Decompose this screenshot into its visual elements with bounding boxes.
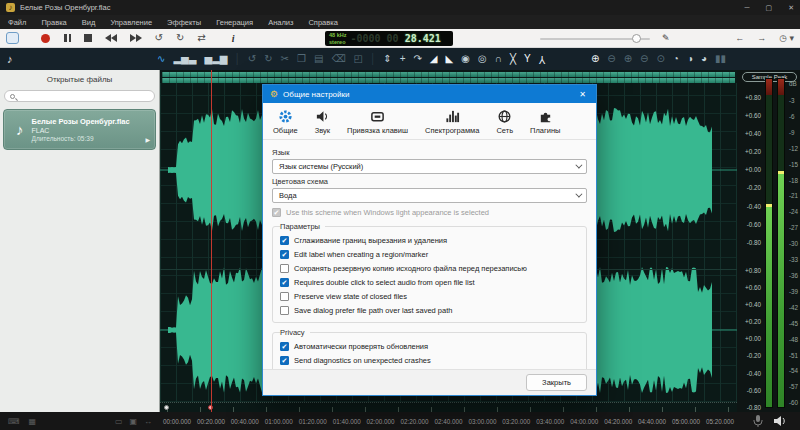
time-ruler[interactable]	[160, 402, 737, 412]
maximize-button[interactable]: ▢	[766, 4, 773, 12]
tool-icon[interactable]: │	[235, 53, 241, 65]
status-icon[interactable]: ▦	[29, 417, 37, 426]
checkbox[interactable]: ✔	[280, 356, 289, 365]
menu-item[interactable]: Анализ	[268, 18, 293, 27]
menu-item[interactable]: Справка	[308, 18, 337, 27]
checkbox[interactable]: ✔	[280, 250, 289, 259]
menu-item[interactable]: Генерация	[216, 18, 253, 27]
scheme-checkbox-row[interactable]: ✔ Use this scheme when Windows light app…	[272, 208, 587, 217]
zoom-tool-icon[interactable]: ⊕	[624, 53, 632, 65]
tool-icon[interactable]: Y	[524, 53, 531, 65]
tool-icon[interactable]: ◢	[430, 53, 438, 65]
record-button[interactable]	[41, 34, 50, 43]
checkbox[interactable]: ✔	[280, 236, 289, 245]
microphone-icon[interactable]	[751, 414, 765, 428]
checkbox[interactable]: ✔	[280, 278, 289, 287]
minimize-button[interactable]: ─	[745, 4, 750, 12]
forward-button[interactable]	[130, 34, 142, 42]
zoom-tool-icon[interactable]: ◔	[673, 53, 679, 65]
selection-tool-icon[interactable]	[6, 32, 19, 44]
tool-icon[interactable]: ✂	[281, 53, 289, 65]
loop-icon[interactable]: ⇄	[197, 33, 205, 43]
dialog-title-bar[interactable]: ⚙ Общие настройки ✕	[263, 85, 596, 103]
tool-icon[interactable]: ◎	[478, 53, 487, 65]
tool-icon[interactable]: ▅▂▆	[204, 53, 227, 65]
tool-icon[interactable]: ▂▅▃	[173, 53, 196, 65]
menu-item[interactable]: Файл	[8, 18, 26, 27]
search-input[interactable]	[4, 90, 155, 102]
zoom-tool-icon[interactable]: ⊖	[640, 53, 648, 65]
overview-strip-left[interactable]	[162, 72, 735, 77]
checkbox-row[interactable]: ✔ Send diagnostics on unexpected crashes	[280, 356, 579, 365]
checkbox-row[interactable]: ✔ Автоматически проверять обновления	[280, 342, 579, 351]
volume-slider-thumb[interactable]	[632, 34, 641, 43]
menu-item[interactable]: Вид	[82, 18, 96, 27]
tool-icon[interactable]: ◰	[354, 53, 363, 65]
zoom-tool-icon[interactable]: ⊙	[656, 53, 664, 65]
tab-network[interactable]: Сеть	[496, 109, 513, 135]
volume-slider[interactable]	[540, 38, 650, 40]
tool-icon[interactable]: ⇕	[383, 53, 391, 65]
pen-icon[interactable]: ✎	[662, 33, 670, 43]
speaker-icon[interactable]	[773, 414, 787, 428]
checkbox-row[interactable]: ✔ Edit label when creating a region/mark…	[280, 250, 579, 259]
zoom-tool-icon[interactable]: ◕	[701, 53, 707, 65]
tool-icon[interactable]: ↻	[264, 53, 272, 65]
status-icon[interactable]: ↔	[144, 417, 152, 426]
checkbox-row[interactable]: ✔ Сохранять резервную копию исходного фа…	[280, 264, 579, 273]
menu-item[interactable]: Эффекты	[167, 18, 201, 27]
tool-icon[interactable]: ╳	[510, 53, 516, 65]
rewind-button[interactable]	[105, 34, 117, 42]
zoom-tool-icon[interactable]: ⊖	[607, 53, 615, 65]
tool-icon[interactable]: ↺	[248, 53, 256, 65]
tool-icon[interactable]: ◣	[446, 53, 454, 65]
info-icon[interactable]: i	[232, 33, 235, 44]
pause-button[interactable]	[64, 34, 71, 42]
status-icon[interactable]: ▭	[115, 417, 123, 426]
zoom-tool-icon[interactable]: ▮▮	[715, 53, 726, 65]
history-nav-icon[interactable]: →	[757, 33, 766, 43]
color-scheme-select[interactable]: Вода	[272, 188, 587, 203]
close-dialog-button[interactable]: Закрыть	[526, 374, 587, 391]
zoom-tool-icon[interactable]: ⊕	[591, 53, 599, 65]
history-nav-icon[interactable]: ←	[735, 33, 744, 43]
checkbox-row[interactable]: ✔ Preserve view state of closed files	[280, 292, 579, 301]
playhead-line[interactable]	[211, 70, 212, 412]
stop-button[interactable]	[84, 34, 92, 42]
checkbox-row[interactable]: ✔ Requires double click to select audio …	[280, 278, 579, 287]
checkbox[interactable]: ✔	[272, 208, 281, 217]
tool-icon[interactable]: ↷	[413, 53, 421, 65]
checkbox[interactable]: ✔	[280, 292, 289, 301]
overview-strip-right[interactable]	[162, 78, 735, 83]
tab-spectrogram[interactable]: Спектрограмма	[425, 109, 479, 135]
tool-icon[interactable]: ⌫	[331, 53, 345, 65]
menu-item[interactable]: Управление	[110, 18, 152, 27]
tool-icon[interactable]: ❐	[297, 53, 306, 65]
language-select[interactable]: Язык системы (Русский)	[272, 159, 587, 174]
tab-plugins[interactable]: Плагины	[530, 109, 560, 135]
checkbox-row[interactable]: ✔ Сглаживание границ вырезания и удалени…	[280, 236, 579, 245]
checkbox[interactable]: ✔	[280, 306, 289, 315]
loop-icon[interactable]: ↻	[176, 33, 184, 43]
tool-icon[interactable]: │	[370, 53, 376, 65]
play-indicator-icon[interactable]: ▶	[145, 136, 150, 143]
tool-icon[interactable]: ▤	[314, 53, 323, 65]
checkbox[interactable]: ✔	[280, 342, 289, 351]
file-card[interactable]: ♪ Белые Розы Оренбург.flac FLAC Длительн…	[3, 109, 156, 150]
tab-key-bindings[interactable]: Привязка клавиш	[347, 109, 408, 135]
tab-sound[interactable]: Звук	[315, 109, 330, 135]
close-button[interactable]: ✕	[788, 4, 794, 12]
dialog-close-icon[interactable]: ✕	[576, 90, 589, 99]
status-icon[interactable]: ▣	[129, 417, 137, 426]
history-nav-icon[interactable]: ◷ ▾	[779, 33, 794, 43]
tool-icon[interactable]: Y	[539, 53, 546, 65]
loop-icon[interactable]: ↺	[155, 33, 163, 43]
checkbox[interactable]: ✔	[280, 264, 289, 273]
tool-icon[interactable]: +	[400, 53, 406, 65]
tab-general[interactable]: Общие	[273, 109, 298, 135]
tool-icon[interactable]: ∿	[157, 53, 165, 65]
tool-icon[interactable]: ∩	[495, 53, 502, 65]
zoom-tool-icon[interactable]: ◑	[687, 53, 693, 65]
menu-item[interactable]: Правка	[41, 18, 66, 27]
status-icon[interactable]: ⌨	[8, 417, 20, 426]
